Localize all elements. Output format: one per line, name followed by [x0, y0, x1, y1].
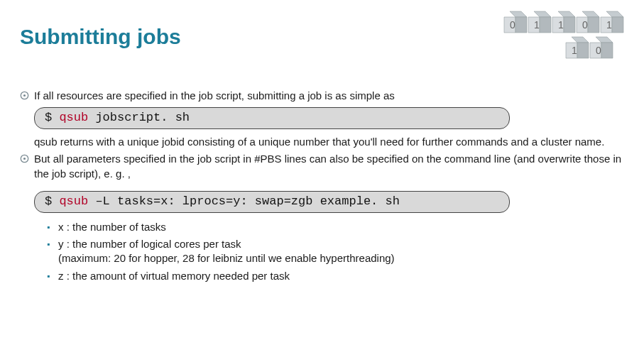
content-area: If all resources are specified in the jo…: [20, 89, 623, 286]
svg-text:0: 0: [510, 19, 515, 31]
bullet-icon: [20, 154, 34, 163]
svg-point-29: [23, 94, 26, 97]
sub-item-y: ▪ y : the number of logical cores per ta…: [47, 237, 623, 266]
logo-cubes: 0 1 1 0 1: [498, 7, 626, 64]
sub-item-z: ▪ z : the amount of virtual memory neede…: [47, 269, 623, 283]
code1-cmd: qsub: [59, 111, 88, 124]
svg-marker-0: [510, 11, 527, 17]
svg-marker-12: [582, 11, 599, 17]
bullet-2-text: But all parameters specified in the job …: [34, 152, 623, 181]
svg-marker-10: [564, 17, 575, 33]
svg-marker-4: [534, 11, 551, 17]
code2-args: –L tasks=x: lprocs=y: swap=zgb example. …: [88, 194, 400, 208]
code-block-1: $ qsub jobscript. sh: [34, 107, 510, 129]
svg-text:1: 1: [572, 45, 577, 56]
bullet-2: But all parameters specified in the job …: [20, 152, 623, 181]
sub-item-y-line2: (maximum: 20 for hopper, 28 for leibniz …: [58, 252, 395, 264]
svg-marker-16: [606, 11, 623, 17]
code2-prompt: $: [45, 194, 59, 208]
svg-marker-6: [540, 17, 551, 33]
sub-item-x: ▪ x : the number of tasks: [47, 220, 623, 234]
code1-prompt: $: [45, 111, 59, 124]
sub-item-y-text: y : the number of logical cores per task…: [58, 237, 623, 266]
code2-cmd: qsub: [59, 194, 88, 208]
code-block-2: $ qsub –L tasks=x: lprocs=y: swap=zgb ex…: [34, 191, 510, 213]
code1-args: jobscript. sh: [88, 111, 190, 124]
square-bullet-icon: ▪: [47, 237, 58, 251]
bullet-icon: [20, 91, 34, 100]
square-bullet-icon: ▪: [47, 269, 58, 283]
svg-marker-20: [572, 37, 589, 43]
bullet-1-text: If all resources are specified in the jo…: [34, 89, 623, 103]
svg-text:0: 0: [596, 45, 601, 56]
bullet-1-continuation: qsub returns with a unique jobid consist…: [34, 135, 623, 149]
svg-text:0: 0: [582, 19, 588, 31]
sub-item-x-text: x : the number of tasks: [58, 220, 623, 234]
svg-marker-2: [515, 17, 527, 33]
svg-text:1: 1: [534, 19, 540, 31]
svg-marker-26: [601, 43, 613, 58]
svg-text:1: 1: [606, 19, 612, 31]
svg-marker-8: [558, 11, 575, 17]
square-bullet-icon: ▪: [47, 220, 58, 234]
svg-point-31: [23, 158, 26, 160]
svg-marker-18: [612, 17, 623, 33]
svg-marker-24: [596, 37, 613, 43]
svg-text:1: 1: [558, 19, 564, 31]
sub-list: ▪ x : the number of tasks ▪ y : the numb…: [47, 220, 623, 283]
svg-marker-14: [588, 17, 599, 33]
slide: Submitting jobs 0 1 1 0: [0, 0, 644, 362]
svg-marker-22: [577, 43, 589, 58]
sub-item-z-text: z : the amount of virtual memory needed …: [58, 269, 623, 283]
page-title: Submitting jobs: [20, 25, 181, 49]
bullet-1: If all resources are specified in the jo…: [20, 89, 623, 103]
sub-item-y-line1: y : the number of logical cores per task: [58, 238, 241, 250]
